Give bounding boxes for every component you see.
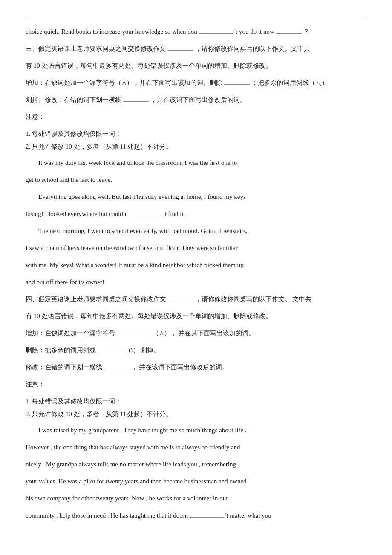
section3-del-rule: 划掉。修改：在错的词下划一横线 ，并在该词下面写出修改后的词。: [26, 93, 366, 106]
section3-p2b: losing! I looked everywhere but couldn '…: [26, 207, 366, 220]
section3-note1: 1. 每处错误及其修改均仅限一词；: [26, 127, 366, 140]
section4-del-rule: 删除：把多余的词用斜线 （\） 划掉。: [26, 344, 366, 357]
section3-p3c: with me. My keys! What a wonder! It must…: [26, 259, 366, 271]
section3-p3d: and put off there for its owner!: [26, 276, 366, 288]
section4-note1: 1. 每处错误及其修改均仅限一词；: [26, 395, 366, 408]
section4-note2: 2. 只允许修改 10 处，多者（从第 11 处起）不计分。: [26, 408, 366, 420]
s4-gap5: [190, 517, 224, 518]
section4-add-rule: 增加：在缺词处加一个漏字符号 （∧）， 并在其下面写出该加的词。: [26, 327, 366, 339]
gap5: [123, 101, 149, 102]
gap2: [276, 33, 302, 34]
section3-title: 三、假定英语课上老师要求同桌之间交换修改作文 ，请你修改你同桌写的以下作文。文中…: [26, 42, 366, 55]
section3-intro-text: choice quick. Read books to increase you…: [26, 28, 197, 35]
section4-body1: 有 10 处语言错误，每句中最多有两处。每处错误仅涉及一个单词的增加、删除或修改…: [26, 310, 366, 322]
s4-gap2: [117, 335, 151, 335]
section3-intro2: 't you do it now: [234, 28, 274, 35]
gap4: [224, 84, 250, 85]
section3-note2: 2. 只允许修改 10 处，多者（从第 11 处起）不计分。: [26, 140, 366, 153]
section4-p1a: I was raised by my grandparent . They ha…: [26, 424, 366, 437]
section4-modify-rule: 修改：在错的词下划一横线 ， 并在该词下面写出修改后的词。: [26, 361, 366, 374]
section4-p1f: community , help those in need . He has …: [26, 509, 366, 522]
gap3: [168, 50, 193, 51]
section4-notes: 1. 每处错误及其修改均仅限一词； 2. 只允许修改 10 处，多者（从第 11…: [26, 395, 366, 420]
s4-gap3: [98, 352, 123, 352]
section3-p3b: I saw a chain of keys leave on the windo…: [26, 242, 366, 254]
section3-p3a: The next morning, I went to school even …: [26, 224, 366, 237]
gap6: [128, 216, 162, 216]
section3-p1: It was my duty last week lock and unlock…: [26, 156, 366, 169]
section4-title: 四、假定英语课上老师要求同桌之间交换修改作文 ，请你修改你同桌写的以下作文。 文…: [26, 293, 366, 305]
s4-gap1: [168, 301, 193, 301]
section3-p2a: Everything goes along well. But last Thu…: [26, 190, 366, 203]
section4-p1d: your values .He was a pilot for twenty y…: [26, 475, 366, 488]
section3-note-title: 注意：: [26, 110, 366, 123]
top-divider: [26, 17, 366, 17]
section4-note-title: 注意：: [26, 378, 366, 391]
section3-body1: 有 10 处语言错误，每句中最多有两处。每处错误仅涉及一个单词的增加、删除或修改…: [26, 59, 366, 72]
gap1: [199, 33, 233, 34]
section3-notes: 1. 每处错误及其修改均仅限一词； 2. 只允许修改 10 处，多者（从第 11…: [26, 127, 366, 153]
s4-gap4: [104, 369, 130, 369]
section3-intro3: ？: [303, 28, 309, 35]
section4-p1b: However , the one thing that has always …: [26, 441, 366, 454]
section3-add-rule: 增加：在缺词处加一个漏字符号（∧），并在下面写出该加的词。删除 ：把多余的词用斜…: [26, 76, 366, 89]
section3-intro-line: choice quick. Read books to increase you…: [26, 25, 366, 38]
section4-p1c: nicely . My grandpa always tells me no m…: [26, 458, 366, 471]
section3-p1b: get to school and the last to leave.: [26, 173, 366, 186]
section4-p1e: his own company for other twenty years .…: [26, 492, 366, 505]
